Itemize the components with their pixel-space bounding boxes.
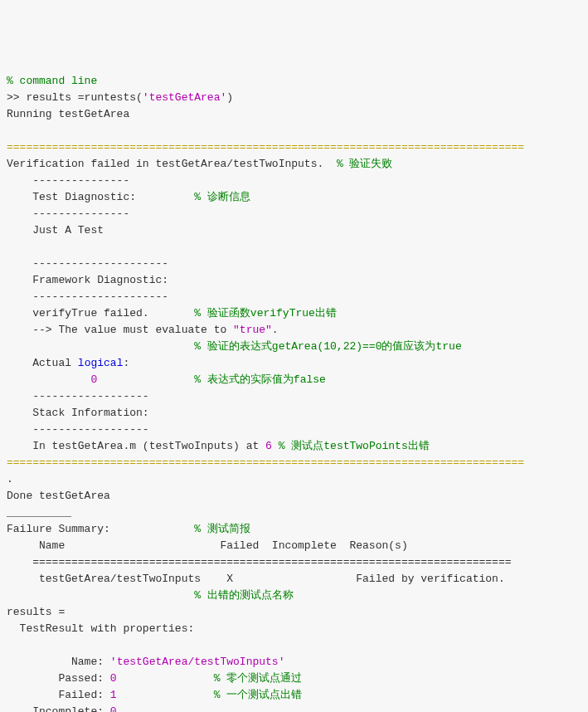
value-must-true: --> The value must evaluate to "true".	[7, 324, 279, 336]
test-diagnostic-header: Test Diagnostic: % 诊断信息	[7, 191, 250, 203]
comment-line: % 验证的表达式getArea(10,22)==0的值应该为true	[7, 340, 462, 353]
number-value: 1	[110, 689, 117, 701]
comment: % 验证失败	[337, 158, 393, 170]
string-literal: 'testGetArea/testTwoInputs'	[110, 656, 285, 668]
dash-rule: ---------------------	[7, 290, 168, 303]
testresult-header: TestResult with properties:	[7, 622, 194, 635]
failure-summary-header: Failure Summary: % 测试简报	[7, 523, 250, 535]
verify-failed-line: verifyTrue failed. % 验证函数verifyTrue出错	[7, 307, 337, 319]
comment: % 一个测试点出错	[214, 689, 303, 701]
actual-value-line: 0 % 表达式的实际值为false	[7, 373, 326, 386]
comment: % command line	[7, 75, 97, 87]
prop-name: Name: 'testGetArea/testTwoInputs'	[7, 656, 284, 668]
summary-divider: ========================================…	[7, 556, 512, 568]
comment: % 测试点testTwoPoints出错	[279, 440, 430, 452]
dash-rule: ---------------	[7, 207, 129, 220]
prop-failed: Failed: 1 % 一个测试点出错	[7, 689, 302, 701]
keyword-logical: logical	[78, 357, 124, 369]
comment: % 验证的表达式getArea(10,22)==0的值应该为true	[194, 340, 461, 353]
underline: __________	[7, 506, 71, 519]
comment: % 出错的测试点名称	[194, 589, 294, 602]
string-literal: 'testGetArea'	[143, 91, 226, 104]
stack-info-line: In testGetArea.m (testTwoInputs) at 6 % …	[7, 440, 430, 452]
dash-rule: ---------------	[7, 174, 129, 187]
prompt-line: >> results =runtests('testGetArea')	[7, 91, 233, 104]
done-line: Done testGetArea	[7, 490, 110, 502]
diagnostic-message: Just A Test	[7, 224, 104, 237]
comment-line: % 出错的测试点名称	[7, 589, 294, 602]
divider-line: ========================================…	[7, 456, 524, 469]
dash-rule: ---------------------	[7, 257, 168, 270]
actual-logical-line: Actual logical:	[7, 357, 129, 369]
verification-failed-line: Verification failed in testGetArea/testT…	[7, 158, 392, 170]
summary-columns: Name Failed Incomplete Reason(s)	[7, 539, 408, 552]
number-value: 0	[110, 672, 117, 685]
line-number: 6	[265, 440, 272, 452]
string-literal: "true"	[233, 324, 272, 336]
dash-rule: ------------------	[7, 390, 149, 402]
comment: % 诊断信息	[194, 191, 250, 203]
results-assign: results =	[7, 606, 65, 618]
comment: % 表达式的实际值为false	[194, 373, 326, 386]
comment: % 零个测试点通过	[214, 672, 303, 685]
comment: % 验证函数verifyTrue出错	[194, 307, 337, 319]
number-value: 0	[110, 705, 117, 712]
summary-row: testGetArea/testTwoInputs X Failed by ve…	[7, 573, 505, 585]
matlab-command-window: % command line >> results =runtests('tes…	[7, 73, 581, 712]
prop-incomplete: Incomplete: 0	[7, 705, 117, 712]
output-text: Running testGetArea	[7, 108, 129, 120]
divider-line: ========================================…	[7, 141, 524, 154]
prop-passed: Passed: 0 % 零个测试点通过	[7, 672, 302, 685]
dash-rule: ------------------	[7, 423, 149, 436]
framework-diagnostic-header: Framework Diagnostic:	[7, 274, 168, 286]
comment: % 测试简报	[194, 523, 250, 535]
dot-line: .	[7, 473, 13, 485]
stack-info-header: Stack Information:	[7, 407, 149, 419]
